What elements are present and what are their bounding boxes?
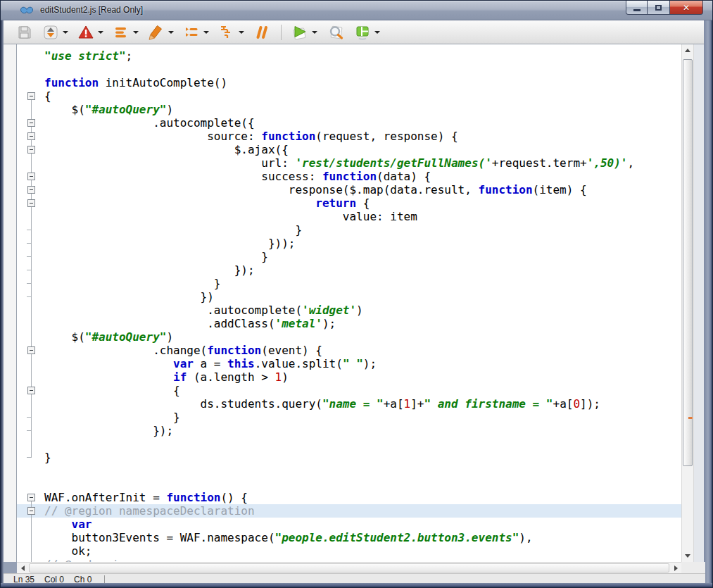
fold-collapse-box[interactable] xyxy=(27,494,35,501)
minimize-button[interactable] xyxy=(626,1,648,15)
code-line[interactable]: ds.students.query("name = "+a[1]+" and f… xyxy=(44,397,681,411)
maximize-button[interactable] xyxy=(648,1,669,15)
dropdown-caret[interactable] xyxy=(98,31,103,34)
vertical-scrollbar[interactable] xyxy=(681,44,694,562)
code-area[interactable]: "use strict";function initAutoComplete()… xyxy=(17,44,681,562)
organize-button[interactable] xyxy=(41,23,70,42)
scroll-up-button[interactable] xyxy=(682,44,693,56)
toolbar-separator xyxy=(281,25,282,40)
errors-button[interactable] xyxy=(76,23,105,42)
collapse-expand-icon xyxy=(42,24,59,41)
format-button[interactable] xyxy=(111,23,140,42)
code-editor[interactable]: "use strict";function initAutoComplete()… xyxy=(17,44,681,562)
save-button[interactable] xyxy=(15,23,34,42)
fold-collapse-box[interactable] xyxy=(27,186,35,194)
window-title: editStudent2.js [Read Only] xyxy=(40,5,143,15)
scrollbar-corner xyxy=(681,562,705,573)
dropdown-caret[interactable] xyxy=(374,31,380,34)
annotate-button[interactable] xyxy=(146,23,175,42)
code-line[interactable]: }) xyxy=(44,290,681,304)
code-line[interactable]: .change(function(event) { xyxy=(44,344,681,357)
structure-button[interactable] xyxy=(217,23,246,42)
comment-button[interactable] xyxy=(252,23,272,42)
app-icon[interactable] xyxy=(20,5,34,16)
code-line[interactable]: .addClass('metal'); xyxy=(44,317,681,330)
fold-collapse-box[interactable] xyxy=(27,507,35,515)
fold-collapse-box[interactable] xyxy=(27,173,35,180)
fold-collapse-box[interactable] xyxy=(27,387,35,394)
code-line[interactable]: }); xyxy=(44,424,681,437)
code-line[interactable]: // @endregion xyxy=(44,558,681,562)
horizontal-scroll-thumb[interactable] xyxy=(29,563,669,573)
fold-end-tick xyxy=(27,283,32,284)
layout-button[interactable] xyxy=(353,23,381,42)
code-line[interactable]: } xyxy=(44,411,681,424)
code-line[interactable]: // @region namespaceDeclaration xyxy=(44,504,681,518)
code-line[interactable]: } xyxy=(44,451,681,464)
code-line[interactable]: $("#autoQuery") xyxy=(44,103,681,116)
code-line[interactable]: .autocomplete({ xyxy=(44,116,681,130)
fold-collapse-box[interactable] xyxy=(27,92,35,100)
arrow-up-icon xyxy=(685,49,690,52)
arrow-right-icon xyxy=(674,565,678,571)
dropdown-caret[interactable] xyxy=(168,31,174,34)
code-line[interactable]: }); xyxy=(44,263,681,277)
code-line[interactable]: } xyxy=(44,277,681,290)
dropdown-caret[interactable] xyxy=(203,31,209,34)
scroll-left-button[interactable] xyxy=(17,563,28,573)
dropdown-caret[interactable] xyxy=(63,31,68,34)
titlebar[interactable]: editStudent2.js [Read Only] ✕ xyxy=(1,1,713,20)
dropdown-caret[interactable] xyxy=(133,31,139,34)
code-line[interactable]: } xyxy=(44,223,681,237)
code-line[interactable]: value: item xyxy=(44,210,681,223)
scroll-right-button[interactable] xyxy=(670,563,681,573)
code-line[interactable] xyxy=(44,464,681,477)
outline-button[interactable] xyxy=(182,23,210,42)
code-line[interactable]: var xyxy=(44,518,681,531)
code-line[interactable]: if (a.length > 1) xyxy=(44,370,681,384)
code-line[interactable] xyxy=(44,63,681,76)
run-button[interactable] xyxy=(289,23,319,42)
fold-collapse-box[interactable] xyxy=(27,132,35,140)
window-border-right[interactable] xyxy=(704,20,712,587)
code-line[interactable] xyxy=(44,437,681,451)
fold-end-tick xyxy=(27,296,32,297)
code-line[interactable]: return { xyxy=(44,196,681,210)
dropdown-caret[interactable] xyxy=(312,31,317,34)
code-line[interactable]: var a = this.value.split(" "); xyxy=(44,357,681,370)
code-line[interactable]: $.ajax({ xyxy=(44,143,681,156)
fold-collapse-box[interactable] xyxy=(27,146,35,154)
code-line[interactable]: .autocomplete('widget') xyxy=(44,304,681,317)
search-button[interactable] xyxy=(325,23,346,42)
code-line[interactable]: response($.map(data.result, function(ite… xyxy=(44,183,681,196)
horizontal-scrollbar[interactable] xyxy=(17,562,681,573)
code-line[interactable]: WAF.onAfterInit = function() { xyxy=(44,491,681,504)
play-icon xyxy=(290,24,308,41)
code-line[interactable]: button3Events = WAF.namespace("people.ed… xyxy=(44,531,681,544)
fold-end-tick xyxy=(27,417,32,418)
code-line[interactable]: { xyxy=(44,384,681,397)
code-line[interactable]: url: 'rest/students/getFullNames('+reque… xyxy=(44,156,681,170)
code-line[interactable] xyxy=(44,477,681,491)
editor-left-margin xyxy=(4,44,17,562)
fold-collapse-box[interactable] xyxy=(27,199,35,207)
code-line[interactable]: } xyxy=(44,250,681,263)
close-icon: ✕ xyxy=(683,3,690,13)
code-line[interactable]: })); xyxy=(44,237,681,250)
code-line[interactable]: $("#autoQuery") xyxy=(44,330,681,344)
code-line[interactable]: success: function(data) { xyxy=(44,170,681,183)
window-border-bottom[interactable] xyxy=(1,583,713,587)
scroll-down-button[interactable] xyxy=(682,550,693,562)
code-line[interactable]: source: function(request, response) { xyxy=(44,130,681,143)
fold-collapse-box[interactable] xyxy=(27,346,35,354)
code-line[interactable]: ok; xyxy=(44,544,681,558)
close-button[interactable]: ✕ xyxy=(669,1,703,15)
code-line[interactable]: function initAutoComplete() xyxy=(44,76,681,89)
search-icon xyxy=(327,24,345,41)
code-line[interactable]: "use strict"; xyxy=(44,49,681,63)
code-line[interactable]: { xyxy=(44,89,681,103)
fold-collapse-box[interactable] xyxy=(27,119,35,127)
dropdown-caret[interactable] xyxy=(239,31,244,34)
tree-structure-icon xyxy=(218,24,235,41)
vertical-scroll-thumb[interactable] xyxy=(683,59,693,466)
